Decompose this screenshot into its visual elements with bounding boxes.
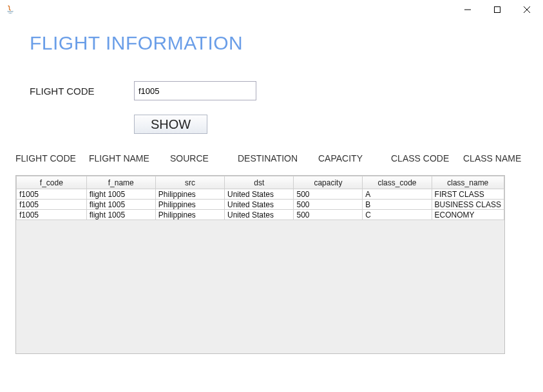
svg-rect-1	[495, 7, 500, 13]
heading-class-code: CLASS CODE	[391, 153, 463, 163]
content-area: FLIGHT INFORMATION FLIGHT CODE SHOW FLIG…	[0, 19, 543, 354]
heading-class-name: CLASS NAME	[463, 153, 528, 163]
cell-src: Philippines	[155, 200, 224, 210]
window-titlebar	[0, 0, 543, 19]
minimize-button[interactable]	[453, 0, 482, 19]
cell-dst: United States	[225, 189, 294, 200]
cell-capacity: 500	[294, 200, 363, 210]
maximize-button[interactable]	[482, 0, 512, 19]
close-button[interactable]	[512, 0, 542, 19]
heading-source: SOURCE	[170, 153, 238, 163]
th-class-name[interactable]: class_name	[432, 176, 504, 189]
cell-f-code: f1005	[17, 210, 87, 220]
cell-class-code: C	[363, 210, 432, 220]
table-container[interactable]: f_code f_name src dst capacity class_cod…	[15, 175, 505, 354]
flight-code-row: FLIGHT CODE	[30, 81, 528, 100]
heading-capacity: CAPACITY	[318, 153, 391, 163]
cell-dst: United States	[225, 200, 294, 210]
table-header-row: f_code f_name src dst capacity class_cod…	[17, 176, 504, 189]
th-dst[interactable]: dst	[225, 176, 294, 189]
cell-class-code: A	[363, 189, 432, 200]
column-headings-row: FLIGHT CODE FLIGHT NAME SOURCE DESTINATI…	[15, 153, 528, 163]
cell-src: Philippines	[155, 189, 224, 200]
cell-class-name: BUSINESS CLASS	[432, 200, 504, 210]
th-f-name[interactable]: f_name	[86, 176, 155, 189]
heading-destination: DESTINATION	[238, 153, 318, 163]
heading-flight-code: FLIGHT CODE	[15, 153, 89, 163]
cell-f-name: flight 1005	[86, 200, 155, 210]
th-class-code[interactable]: class_code	[363, 176, 432, 189]
titlebar-left	[5, 5, 15, 15]
th-capacity[interactable]: capacity	[294, 176, 363, 189]
table-row[interactable]: f1005 flight 1005 Philippines United Sta…	[17, 210, 504, 220]
cell-class-code: B	[363, 200, 432, 210]
cell-f-name: flight 1005	[86, 210, 155, 220]
cell-f-name: flight 1005	[86, 189, 155, 200]
flight-table: f_code f_name src dst capacity class_cod…	[16, 176, 504, 220]
java-icon	[5, 5, 15, 15]
cell-src: Philippines	[155, 210, 224, 220]
show-button[interactable]: SHOW	[134, 115, 207, 134]
table-row[interactable]: f1005 flight 1005 Philippines United Sta…	[17, 200, 504, 210]
heading-flight-name: FLIGHT NAME	[89, 153, 170, 163]
flight-code-label: FLIGHT CODE	[30, 86, 134, 97]
th-src[interactable]: src	[155, 176, 224, 189]
table-row[interactable]: f1005 flight 1005 Philippines United Sta…	[17, 189, 504, 200]
cell-dst: United States	[225, 210, 294, 220]
cell-capacity: 500	[294, 210, 363, 220]
flight-code-input[interactable]	[134, 81, 256, 100]
cell-class-name: ECONOMY	[432, 210, 504, 220]
cell-class-name: FIRST CLASS	[432, 189, 504, 200]
cell-f-code: f1005	[17, 189, 87, 200]
page-title: FLIGHT INFORMATION	[30, 32, 528, 54]
cell-f-code: f1005	[17, 200, 87, 210]
cell-capacity: 500	[294, 189, 363, 200]
th-f-code[interactable]: f_code	[17, 176, 87, 189]
window-controls	[453, 0, 542, 19]
show-button-row: SHOW	[134, 115, 528, 134]
